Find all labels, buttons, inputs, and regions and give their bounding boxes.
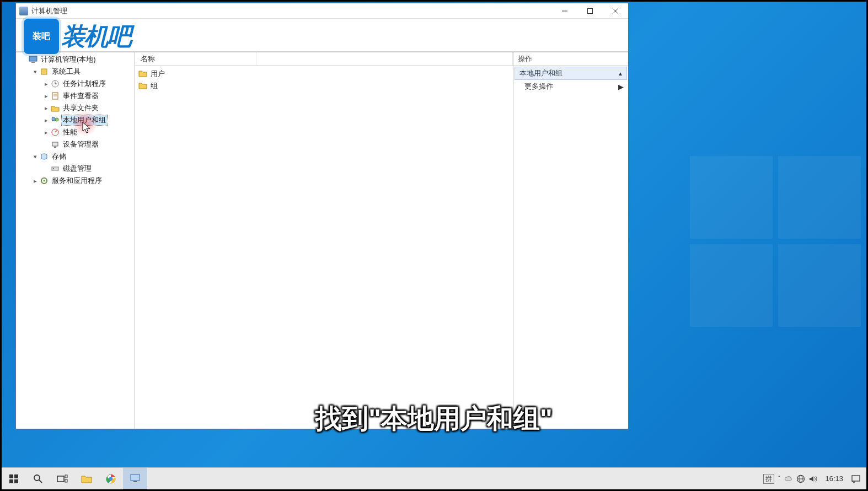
tree-root[interactable]: 计算机管理(本地) (16, 53, 135, 66)
tools-icon (39, 67, 49, 76)
watermark-logo: 装吧 装机吧 (24, 18, 155, 55)
content-list[interactable]: 名称 用户 组 (135, 52, 513, 429)
list-item[interactable]: 用户 (136, 68, 512, 80)
clock-icon (50, 79, 60, 88)
taskbar[interactable]: 拼 ˄ 16:13 (2, 467, 866, 489)
notification-icon (851, 474, 861, 483)
tree-disk-management[interactable]: 磁盘管理 (16, 163, 135, 175)
tree-device-manager[interactable]: 设备管理器 (16, 138, 135, 150)
tree-label: 计算机管理(本地) (40, 55, 97, 64)
chrome-icon (106, 474, 116, 484)
computer-icon (28, 55, 38, 64)
svg-point-32 (34, 475, 40, 481)
tree-event-viewer[interactable]: ▸ 事件查看器 (16, 90, 135, 102)
submenu-arrow-icon: ▶ (618, 83, 624, 91)
network-icon[interactable] (796, 474, 805, 483)
tree-local-users-groups[interactable]: ▸ 本地用户和组 (16, 114, 135, 126)
list-header[interactable]: 名称 (135, 52, 513, 66)
window-title: 计算机管理 (31, 6, 552, 16)
tree-label: 性能 (62, 127, 78, 137)
list-item-label: 用户 (151, 69, 165, 79)
logo-badge: 装吧 (24, 19, 59, 54)
taskbar-explorer[interactable] (74, 468, 99, 490)
tree-shared-folders[interactable]: ▸ 共享文件夹 (16, 102, 135, 114)
svg-rect-10 (41, 69, 47, 74)
actions-section-title[interactable]: 本地用户和组 ▲ (515, 67, 627, 80)
taskbar-mmc[interactable] (123, 468, 147, 490)
desktop-background: 计算机管理 计算机管理(本地) (2, 2, 866, 489)
svg-rect-36 (65, 479, 67, 482)
svg-rect-40 (133, 481, 137, 482)
performance-icon (50, 128, 60, 137)
search-button[interactable] (26, 468, 50, 490)
task-view-icon (57, 474, 68, 483)
tree-performance[interactable]: ▸ 性能 (16, 126, 135, 138)
start-button[interactable] (2, 468, 26, 490)
tree-label: 共享文件夹 (62, 103, 100, 113)
list-item[interactable]: 组 (136, 80, 512, 92)
tree-label: 设备管理器 (62, 139, 100, 149)
storage-icon (39, 152, 49, 161)
task-view-button[interactable] (50, 468, 74, 490)
svg-rect-22 (54, 147, 56, 148)
tree-label: 磁盘管理 (62, 164, 93, 174)
close-button[interactable] (603, 3, 628, 19)
disk-icon (50, 164, 60, 173)
shared-folder-icon (50, 104, 60, 112)
volume-icon[interactable] (808, 474, 818, 483)
app-icon (19, 7, 28, 15)
navigation-tree[interactable]: 计算机管理(本地) ▾ 系统工具 ▸ 任务计划程序 (16, 52, 135, 429)
tree-label: 事件查看器 (62, 91, 100, 101)
device-icon (50, 140, 60, 149)
svg-rect-29 (14, 474, 18, 478)
svg-rect-8 (29, 56, 37, 61)
svg-line-33 (39, 480, 42, 483)
onedrive-icon[interactable] (784, 474, 793, 483)
tree-services-apps[interactable]: ▸ 服务和应用程序 (16, 175, 135, 187)
svg-rect-31 (14, 479, 18, 483)
collapse-icon: ▲ (618, 71, 623, 77)
search-icon (33, 474, 43, 484)
svg-rect-44 (852, 476, 860, 481)
folder-icon (138, 69, 148, 78)
svg-rect-34 (57, 476, 64, 482)
tree-label: 本地用户和组 (62, 115, 107, 125)
mmc-icon (130, 474, 140, 483)
actions-section-label: 本地用户和组 (519, 68, 562, 78)
svg-rect-21 (52, 142, 58, 146)
system-tray[interactable]: 拼 ˄ 16:13 (763, 473, 866, 485)
actions-header: 操作 (513, 52, 628, 66)
tree-label: 服务和应用程序 (51, 176, 103, 186)
clock[interactable]: 16:13 (822, 474, 846, 483)
svg-point-17 (52, 117, 55, 121)
svg-rect-28 (9, 474, 13, 478)
computer-management-window: 计算机管理 计算机管理(本地) (15, 3, 629, 429)
svg-rect-35 (65, 475, 67, 478)
logo-text: 装机吧 (61, 20, 131, 53)
svg-rect-5 (588, 8, 593, 13)
tray-overflow-icon[interactable]: ˄ (778, 475, 781, 482)
ime-indicator[interactable]: 拼 (763, 474, 774, 484)
folder-icon (81, 474, 92, 483)
log-icon (50, 91, 60, 100)
minimize-button[interactable] (552, 3, 577, 19)
tree-system-tools[interactable]: ▾ 系统工具 (16, 66, 135, 78)
services-icon (39, 176, 49, 185)
maximize-button[interactable] (577, 3, 603, 19)
column-spacer (256, 52, 513, 65)
actions-more[interactable]: 更多操作 ▶ (513, 80, 628, 93)
tree-task-scheduler[interactable]: ▸ 任务计划程序 (16, 78, 135, 90)
notifications-button[interactable] (850, 473, 862, 485)
actions-more-label: 更多操作 (524, 82, 553, 91)
svg-rect-39 (131, 474, 140, 481)
svg-rect-30 (9, 479, 13, 483)
svg-rect-9 (31, 62, 35, 63)
taskbar-chrome[interactable] (99, 468, 123, 490)
titlebar[interactable]: 计算机管理 (16, 3, 628, 19)
svg-point-18 (55, 118, 58, 121)
tree-storage[interactable]: ▾ 存储 (16, 150, 135, 163)
svg-point-25 (53, 168, 54, 169)
windows-icon (9, 474, 19, 484)
windows-logo-shapes (690, 156, 866, 288)
tree-label: 存储 (51, 152, 67, 161)
